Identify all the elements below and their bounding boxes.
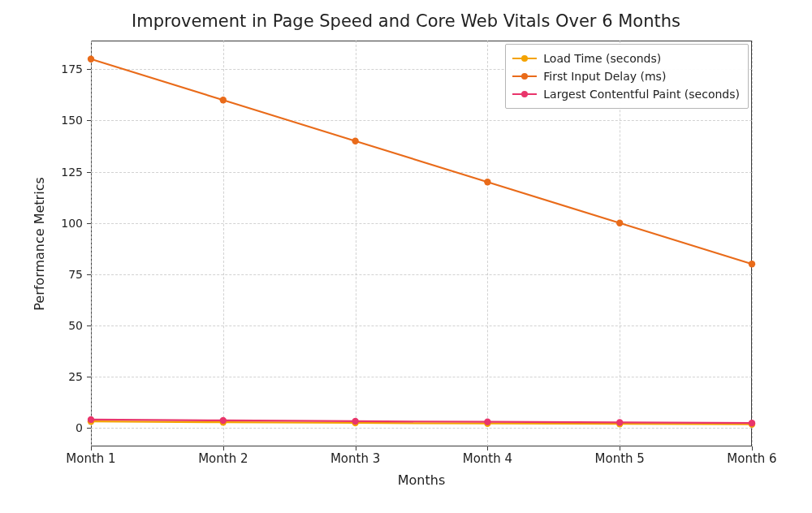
legend-label: Load Time (seconds)	[543, 52, 661, 65]
plot-area: Load Time (seconds)First Input Delay (ms…	[91, 41, 752, 446]
legend-entry: Largest Contentful Paint (seconds)	[512, 85, 740, 103]
x-tick-label: Month 4	[463, 451, 512, 466]
legend-label: Largest Contentful Paint (seconds)	[543, 88, 740, 101]
series-marker	[352, 418, 358, 425]
legend-swatch	[512, 53, 537, 64]
series-marker	[484, 179, 490, 185]
legend: Load Time (seconds)First Input Delay (ms…	[505, 44, 749, 109]
series-marker	[220, 417, 227, 424]
series-marker	[88, 56, 94, 63]
x-tick-label: Month 2	[198, 451, 248, 466]
figure: Improvement in Page Speed and Core Web V…	[0, 0, 812, 513]
x-tick	[91, 446, 92, 450]
legend-entry: First Input Delay (ms)	[512, 67, 740, 85]
x-tick	[223, 446, 224, 450]
y-tick-label: 175	[34, 63, 83, 75]
legend-entry: Load Time (seconds)	[512, 50, 740, 67]
y-tick-label: 75	[34, 268, 83, 281]
legend-swatch	[512, 88, 537, 100]
legend-swatch	[512, 71, 537, 82]
y-tick-label: 100	[34, 217, 83, 230]
series-marker	[749, 420, 755, 426]
series-marker	[616, 220, 623, 226]
x-tick	[356, 446, 356, 450]
series-marker	[616, 419, 623, 425]
x-tick-label: Month 5	[595, 451, 645, 466]
chart-title: Improvement in Page Speed and Core Web V…	[0, 11, 812, 31]
y-tick-label: 50	[34, 319, 83, 332]
series-marker	[220, 97, 227, 103]
legend-label: First Input Delay (ms)	[543, 70, 666, 83]
y-axis-label: Performance Metrics	[31, 41, 47, 446]
y-tick-label: 125	[34, 166, 83, 179]
x-tick	[752, 446, 753, 450]
x-tick-label: Month 3	[330, 451, 380, 466]
y-tick-label: 150	[34, 114, 83, 127]
series-marker	[484, 418, 490, 425]
series-marker	[352, 138, 358, 144]
x-tick-label: Month 6	[727, 451, 776, 466]
x-tick-label: Month 1	[66, 451, 115, 466]
x-tick	[620, 446, 620, 450]
x-tick	[487, 446, 488, 450]
y-tick-label: 25	[34, 370, 83, 383]
series-marker	[88, 416, 94, 423]
series-marker	[749, 261, 755, 267]
x-axis-label: Months	[91, 472, 752, 488]
y-tick-label: 0	[34, 421, 83, 434]
gridline-v	[752, 41, 753, 446]
